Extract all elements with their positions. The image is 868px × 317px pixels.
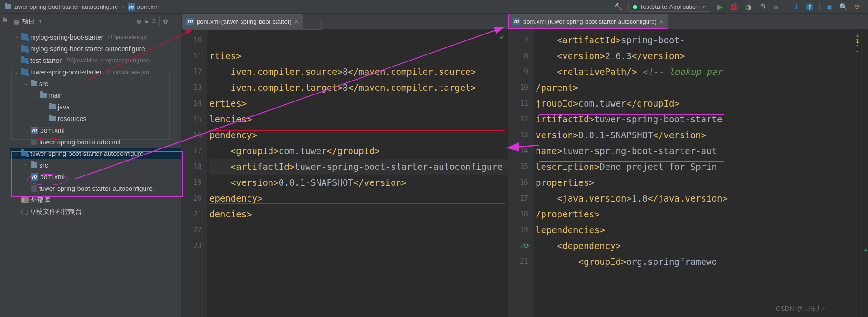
help-icon[interactable]: ? <box>806 3 813 11</box>
tree-item[interactable]: resources <box>10 113 181 124</box>
code-line[interactable]: version>0.0.1-SNAPSHOT</version> <box>536 127 861 143</box>
breadcrumb[interactable]: tuwer-spring-boot-starter-autoconfigure … <box>5 3 160 11</box>
code-left[interactable]: ✔ rties> iven.compiler.source>8</maven.c… <box>207 29 508 317</box>
code-line[interactable]: iven.compiler.source>8</maven.compiler.s… <box>209 64 508 80</box>
code-line[interactable]: <artifactId>spring-boot- <box>536 32 861 48</box>
code-line[interactable]: irtifactId>tuwer-spring-boot-starte <box>536 111 861 127</box>
run-icon[interactable]: ▶ <box>716 3 724 11</box>
chevron-icon[interactable]: › <box>13 34 20 40</box>
tree-item[interactable]: test-starterD:\java\idea-projects\spring… <box>10 54 181 66</box>
chevron-icon[interactable]: ⌄ <box>13 69 20 74</box>
code-line[interactable] <box>209 222 508 238</box>
code-line[interactable]: name>tuwer-spring-boot-starter-aut <box>536 143 861 159</box>
code-line[interactable]: <version>2.6.3</version> <box>536 48 861 64</box>
line-number: 22 <box>182 222 202 238</box>
code-line[interactable]: lependencies> <box>536 222 861 238</box>
tree-item[interactable]: ⌄tuwer-spring-boot-starter-autoconfigure <box>10 148 181 159</box>
tree-item[interactable]: tuwer-spring-boot-starter.iml <box>10 136 181 148</box>
search-icon[interactable]: 🔍 <box>839 3 847 11</box>
code-line[interactable]: ependency> <box>209 190 508 206</box>
tree-item[interactable]: ›src <box>10 159 181 171</box>
tree-item[interactable]: 草稿文件和控制台 <box>10 206 181 217</box>
locate-icon[interactable]: ⊕ <box>136 18 142 25</box>
code-line[interactable]: <groupId>org.springframewo <box>536 254 861 270</box>
editor-tab-starter-pom[interactable]: m pom.xml (tuwer-spring-boot-starter) × <box>182 14 303 29</box>
chevron-down-icon[interactable]: ▼ <box>38 19 42 24</box>
tree-item[interactable]: ⌄main <box>10 89 181 101</box>
tree-item[interactable]: mpom.xml <box>10 171 181 182</box>
hide-icon[interactable]: — <box>171 18 178 25</box>
tree-item[interactable]: ⌄tuwer-spring-boot-starterD:\java\idea-p… <box>10 66 181 78</box>
code-line[interactable]: lencies> <box>209 111 508 127</box>
line-number: 23 <box>182 238 202 254</box>
inspection-marker[interactable]: ⚠ 1 ˄ ˅ <box>856 32 861 56</box>
gutter-right: 789101112131415161718192021 <box>508 29 534 317</box>
code-line[interactable]: jroupId>com.tuwer</groupId> <box>536 95 861 111</box>
tree-item-label: 外部库 <box>31 196 50 204</box>
git-pull-icon[interactable]: ⤓ <box>792 3 800 11</box>
close-icon[interactable]: × <box>660 18 663 25</box>
code-line[interactable]: <dependency> <box>536 238 861 254</box>
line-number: 15 <box>182 111 202 127</box>
tree-item-label: tuwer-spring-boot-starter <box>30 68 102 76</box>
editor-tab-autoconfigure-pom[interactable]: m pom.xml (tuwer-spring-boot-starter-aut… <box>508 14 668 29</box>
code-line[interactable]: dencies> <box>209 206 508 222</box>
gutter-left: 1011121314151617181920212223 <box>182 29 207 317</box>
coverage-icon[interactable]: ◑ <box>744 3 752 11</box>
profile-icon[interactable]: ⏱ <box>758 3 766 11</box>
code-line[interactable]: iven.compiler.target>8</maven.compiler.t… <box>209 80 508 95</box>
code-line[interactable]: <artifactId>tuwer-spring-boot-starter-au… <box>209 159 508 175</box>
gear-icon[interactable]: ✿ <box>163 18 168 25</box>
stop-icon[interactable]: ■ <box>772 3 780 11</box>
project-tree[interactable]: ›mylog-spring-boot-starterD:\java\idea-p… <box>10 29 181 317</box>
line-number: 12 <box>182 64 202 80</box>
code-line[interactable]: /parent> <box>536 80 861 95</box>
gutter-run-icon[interactable]: ⟳ <box>523 242 531 250</box>
run-config-selector[interactable]: ⬢ TestStarterApplication ▼ <box>628 2 710 12</box>
code-line[interactable]: <java.version>1.8</java.version> <box>536 190 861 206</box>
debug-icon[interactable]: 🐞 <box>730 3 738 11</box>
code-right[interactable]: ⚠ 1 ˄ ˅ <artifactId>spring-boot- <versio… <box>534 29 861 317</box>
collapse-icon[interactable]: ≚ <box>151 18 157 25</box>
settings-sync-icon[interactable]: ⟳ <box>853 3 861 11</box>
code-line[interactable]: <relativePath/> <!-- lookup par <box>536 64 861 80</box>
project-header: ▤ 项目 ▼ ⊕ ≡ ≚ ✿ — <box>10 14 181 29</box>
breadcrumb-file[interactable]: pom.xml <box>137 3 160 10</box>
tree-item[interactable]: mpom.xml <box>10 124 181 136</box>
project-title[interactable]: 项目 <box>22 17 34 26</box>
code-line[interactable] <box>209 32 508 48</box>
code-line[interactable]: erties> <box>209 95 508 111</box>
tree-item[interactable]: 外部库 <box>10 194 181 206</box>
code-line[interactable]: rties> <box>209 48 508 64</box>
chevron-icon[interactable]: ⌄ <box>13 151 20 156</box>
tree-item-label: 草稿文件和控制台 <box>30 208 82 216</box>
expand-icon[interactable]: ≡ <box>145 18 148 25</box>
code-line[interactable]: pendency> <box>209 127 508 143</box>
breadcrumb-module[interactable]: tuwer-spring-boot-starter-autoconfigure <box>13 3 118 10</box>
tree-item[interactable]: ⌄src <box>10 78 181 89</box>
chevron-icon[interactable]: › <box>22 162 29 168</box>
project-view-icon[interactable]: ▤ <box>14 18 20 25</box>
close-icon[interactable]: × <box>295 18 298 25</box>
tree-item-path: D:\java\idea-pr <box>108 34 147 40</box>
module-icon <box>21 58 28 63</box>
build-icon[interactable]: 🔨 <box>614 3 623 11</box>
chevron-icon[interactable]: ⌄ <box>32 93 38 98</box>
structure-tool[interactable]: 结 <box>1 26 8 27</box>
code-line[interactable] <box>209 238 508 254</box>
project-tool-icon[interactable]: ▣ <box>3 17 7 23</box>
code-line[interactable]: /properties> <box>536 206 861 222</box>
code-line[interactable]: <version>0.0.1-SNAPSHOT</version> <box>209 175 508 190</box>
code-line[interactable]: lescription>Demo project for Sprin <box>536 159 861 175</box>
tree-item[interactable]: java <box>10 101 181 113</box>
code-line[interactable]: <groupId>com.tuwer</groupId> <box>209 143 508 159</box>
tree-item[interactable]: tuwer-spring-boot-starter-autoconfigure. <box>10 182 181 194</box>
line-number: 11 <box>508 95 528 111</box>
iml-file-icon <box>31 139 37 145</box>
tree-item[interactable]: ›mylog-spring-boot-starterD:\java\idea-p… <box>10 31 181 43</box>
tree-item[interactable]: mylog-spring-boot-starter-autoconfigure <box>10 43 181 54</box>
chevron-icon[interactable]: ⌄ <box>22 81 29 86</box>
tree-item-label: main <box>48 92 62 99</box>
meter-icon[interactable]: ◉ <box>825 3 834 11</box>
code-line[interactable]: properties> <box>536 175 861 190</box>
